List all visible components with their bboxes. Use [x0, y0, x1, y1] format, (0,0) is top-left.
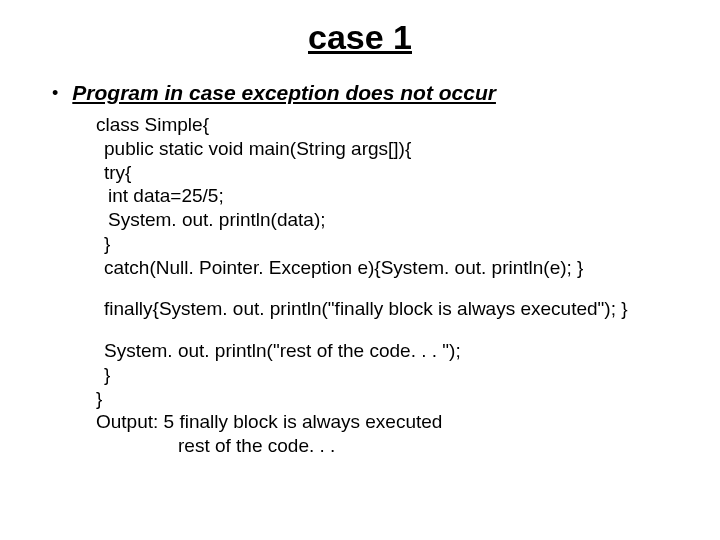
- code-line: catch(Null. Pointer. Exception e){System…: [96, 256, 680, 280]
- code-line: }: [96, 387, 680, 411]
- code-line: finally{System. out. println("finally bl…: [96, 297, 680, 321]
- output-line: Output: 5 finally block is always execut…: [96, 410, 680, 434]
- slide-title: case 1: [40, 18, 680, 57]
- bullet-item: • Program in case exception does not occ…: [52, 81, 680, 105]
- code-line: class Simple{: [96, 113, 680, 137]
- code-block: class Simple{ public static void main(St…: [96, 113, 680, 458]
- code-line: try{: [96, 161, 680, 185]
- code-line: }: [96, 232, 680, 256]
- code-line: }: [96, 363, 680, 387]
- subheading: Program in case exception does not occur: [72, 81, 496, 105]
- bullet-dot: •: [52, 83, 58, 104]
- output-line: rest of the code. . .: [96, 434, 680, 458]
- code-line: public static void main(String args[]){: [96, 137, 680, 161]
- code-line: System. out. println("rest of the code. …: [96, 339, 680, 363]
- code-line: int data=25/5;: [96, 184, 680, 208]
- code-line: System. out. println(data);: [96, 208, 680, 232]
